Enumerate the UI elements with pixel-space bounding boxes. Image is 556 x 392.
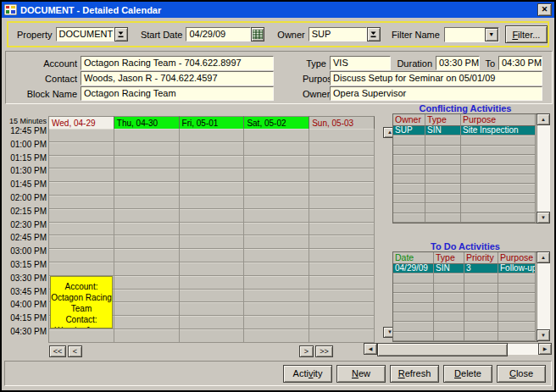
calendar-cell[interactable] bbox=[114, 142, 180, 156]
calendar-cell[interactable] bbox=[244, 329, 309, 343]
calendar-cell[interactable] bbox=[244, 302, 309, 316]
calendar-cell[interactable] bbox=[309, 276, 375, 290]
owner-lov-button[interactable] bbox=[367, 27, 381, 41]
calendar-cell[interactable] bbox=[114, 196, 180, 209]
calendar-cell[interactable] bbox=[114, 129, 180, 142]
calendar-cell[interactable] bbox=[309, 182, 375, 196]
calendar-next-button[interactable]: > bbox=[299, 345, 314, 357]
calendar-last-button[interactable]: >> bbox=[315, 345, 333, 357]
calendar-cell[interactable] bbox=[180, 235, 245, 249]
calendar-cell[interactable] bbox=[49, 182, 114, 196]
scroll-up-button[interactable]: ▲ bbox=[537, 113, 550, 125]
calendar-cell[interactable] bbox=[309, 129, 375, 142]
todo-hscrollbar[interactable]: ◀ ▶ bbox=[364, 343, 552, 355]
calendar-cell[interactable] bbox=[114, 182, 180, 196]
contact-field[interactable]: Woods, Jason R - 704.622.4597 bbox=[81, 71, 274, 86]
calendar-cell[interactable] bbox=[180, 329, 245, 343]
refresh-button[interactable]: Refresh bbox=[390, 365, 439, 383]
calendar-cell[interactable] bbox=[244, 290, 309, 303]
calendar-cell[interactable] bbox=[180, 196, 245, 209]
calendar-cell[interactable] bbox=[244, 262, 309, 276]
scrollbar-thumb[interactable] bbox=[377, 343, 508, 356]
close-button[interactable]: Close bbox=[497, 365, 546, 383]
calendar-cell[interactable] bbox=[244, 142, 309, 156]
calendar-cell[interactable] bbox=[180, 182, 245, 196]
calendar-cell[interactable] bbox=[180, 168, 245, 182]
activity-button[interactable]: Activity bbox=[283, 365, 332, 383]
block-name-field[interactable]: Octagon Racing Team bbox=[81, 86, 274, 101]
scroll-right-button[interactable]: ▶ bbox=[538, 343, 552, 355]
calendar-cell[interactable] bbox=[114, 156, 180, 169]
table-row[interactable]: SUPSINSite Inspection bbox=[393, 126, 537, 135]
calendar-cell[interactable] bbox=[49, 329, 114, 343]
calendar-cell[interactable] bbox=[309, 262, 375, 276]
calendar-first-button[interactable]: << bbox=[49, 345, 66, 357]
calendar-cell[interactable] bbox=[309, 249, 375, 262]
conflicting-vscrollbar[interactable]: ▲ ▼ bbox=[537, 113, 550, 224]
calendar-cell[interactable] bbox=[309, 156, 375, 169]
duration-field[interactable]: 03:30 PM bbox=[436, 56, 480, 70]
calendar-cell[interactable] bbox=[309, 223, 375, 236]
calendar-cell[interactable] bbox=[114, 302, 180, 316]
property-lov-button[interactable] bbox=[114, 27, 128, 41]
table-row[interactable]: 04/29/09SIN3Follow-up bbox=[393, 264, 537, 273]
calendar-cell[interactable] bbox=[244, 209, 309, 223]
calendar-cell[interactable] bbox=[114, 223, 180, 236]
calendar-cell[interactable] bbox=[180, 302, 245, 316]
new-button[interactable]: New bbox=[336, 365, 386, 383]
calendar-cell[interactable] bbox=[49, 223, 114, 236]
calendar-cell[interactable] bbox=[180, 262, 245, 276]
calendar-cell[interactable] bbox=[180, 249, 245, 262]
calendar-cell[interactable] bbox=[114, 316, 180, 329]
calendar-cell[interactable] bbox=[244, 168, 309, 182]
scrollbar-track[interactable] bbox=[508, 343, 538, 355]
calendar-cell[interactable] bbox=[244, 316, 309, 329]
owner-field[interactable]: SUP bbox=[309, 27, 367, 41]
calendar-cell[interactable] bbox=[180, 129, 245, 142]
property-field[interactable]: DOCUMENT bbox=[56, 27, 114, 41]
delete-button[interactable]: Delete bbox=[443, 365, 492, 383]
calendar-cell[interactable] bbox=[114, 209, 180, 223]
todo-vscrollbar[interactable]: ▲ ▼ bbox=[537, 251, 550, 341]
scroll-left-button[interactable]: ◀ bbox=[364, 343, 377, 355]
calendar-cell[interactable] bbox=[309, 168, 375, 182]
calendar-cell[interactable] bbox=[309, 235, 375, 249]
close-window-button[interactable]: ✕ bbox=[537, 3, 552, 16]
calendar-cell[interactable] bbox=[49, 142, 114, 156]
calendar-cell[interactable] bbox=[114, 249, 180, 262]
calendar-cell[interactable] bbox=[114, 290, 180, 303]
calendar-cell[interactable] bbox=[49, 129, 114, 142]
scrollbar-track[interactable] bbox=[537, 125, 550, 212]
calendar-cell[interactable] bbox=[49, 168, 114, 182]
calendar-cell[interactable] bbox=[309, 196, 375, 209]
calendar-cell[interactable] bbox=[244, 182, 309, 196]
calendar-picker-button[interactable] bbox=[251, 27, 264, 41]
calendar-cell[interactable] bbox=[309, 142, 375, 156]
purpose-field[interactable]: Discuss Setup for Seminar on 05/01/09 bbox=[330, 71, 542, 86]
calendar-cell[interactable] bbox=[49, 235, 114, 249]
calendar-cell[interactable] bbox=[49, 249, 114, 262]
calendar-cell[interactable] bbox=[114, 329, 180, 343]
calendar-cell[interactable] bbox=[244, 156, 309, 169]
type-field[interactable]: VIS bbox=[330, 56, 391, 70]
calendar-cell[interactable] bbox=[49, 262, 114, 276]
to-field[interactable]: 04:30 PM bbox=[498, 56, 542, 70]
account-field[interactable]: Octagon Racing Team - 704.622.8997 bbox=[81, 56, 274, 70]
calendar-cell[interactable] bbox=[180, 316, 245, 329]
details-owner-field[interactable]: Opera Supervisor bbox=[330, 86, 542, 101]
calendar-cell[interactable] bbox=[244, 196, 309, 209]
scroll-down-button[interactable]: ▼ bbox=[537, 329, 550, 341]
calendar-prev-button[interactable]: < bbox=[68, 345, 82, 357]
calendar-cell[interactable] bbox=[309, 290, 375, 303]
calendar-cell[interactable] bbox=[49, 209, 114, 223]
start-date-field[interactable]: 04/29/09 bbox=[186, 27, 251, 41]
calendar-cell[interactable] bbox=[244, 235, 309, 249]
calendar-cell[interactable] bbox=[49, 196, 114, 209]
calendar-cell[interactable] bbox=[309, 302, 375, 316]
filter-button[interactable]: Filter... bbox=[505, 25, 548, 43]
calendar-cell[interactable] bbox=[114, 168, 180, 182]
scroll-up-button[interactable]: ▲ bbox=[537, 251, 550, 263]
calendar-cell[interactable] bbox=[180, 209, 245, 223]
calendar-cell[interactable] bbox=[49, 156, 114, 169]
calendar-cell[interactable] bbox=[309, 316, 375, 329]
